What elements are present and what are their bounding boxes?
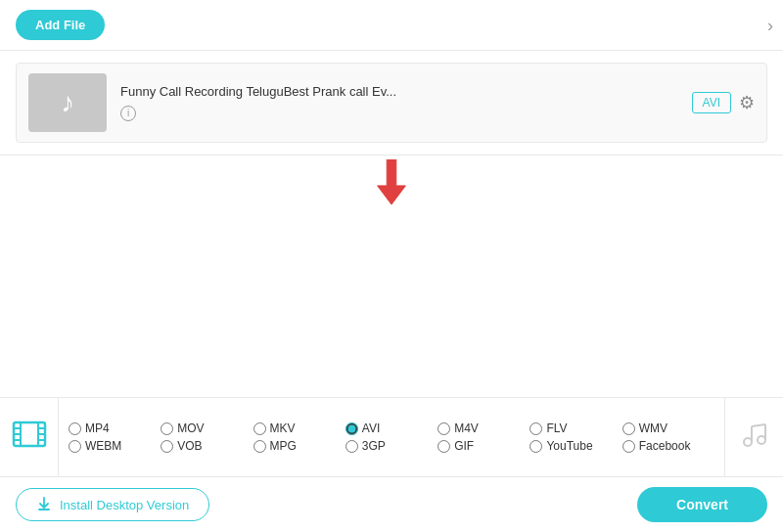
format-option-3gp[interactable]: 3GP xyxy=(345,439,438,453)
file-item: ♪ Funny Call Recording TeluguBest Prank … xyxy=(16,63,767,143)
format-option-flv[interactable]: FLV xyxy=(530,421,622,435)
format-option-youtube[interactable]: YouTube xyxy=(530,439,622,453)
format-label-mp4: MP4 xyxy=(85,421,110,435)
empty-area xyxy=(0,155,783,397)
format-option-wmv[interactable]: WMV xyxy=(622,421,714,435)
download-icon xyxy=(36,497,52,512)
file-info: Funny Call Recording TeluguBest Prank ca… xyxy=(120,84,692,121)
format-label-3gp: 3GP xyxy=(362,439,386,453)
format-options: MP4MOVMKVAVIM4VFLVWMVWEBMVOBMPG3GPGIFYou… xyxy=(59,414,724,461)
format-badge[interactable]: AVI xyxy=(692,92,731,113)
format-option-vob[interactable]: VOB xyxy=(161,439,253,453)
format-radio-wmv[interactable] xyxy=(622,422,635,435)
format-radio-3gp[interactable] xyxy=(345,440,358,453)
svg-point-11 xyxy=(758,436,765,444)
format-label-wmv: WMV xyxy=(639,421,668,435)
format-radio-gif[interactable] xyxy=(438,440,450,453)
svg-point-10 xyxy=(744,438,752,446)
svg-marker-0 xyxy=(378,159,406,204)
format-option-mpg[interactable]: MPG xyxy=(253,439,345,453)
format-radio-youtube[interactable] xyxy=(530,440,542,453)
format-label-avi: AVI xyxy=(362,421,380,435)
format-label-youtube: YouTube xyxy=(546,439,592,453)
film-icon xyxy=(12,417,47,459)
format-label-flv: FLV xyxy=(546,421,567,435)
format-radio-avi[interactable] xyxy=(345,422,358,435)
format-label-gif: GIF xyxy=(454,439,474,453)
format-radio-mpg[interactable] xyxy=(253,440,266,453)
format-label-mpg: MPG xyxy=(270,439,297,453)
format-option-mkv[interactable]: MKV xyxy=(253,421,345,435)
format-radio-webm[interactable] xyxy=(69,440,81,453)
format-option-m4v[interactable]: M4V xyxy=(438,421,530,435)
format-label-vob: VOB xyxy=(177,439,202,453)
format-label-m4v: M4V xyxy=(454,421,479,435)
file-list-area: ♪ Funny Call Recording TeluguBest Prank … xyxy=(0,51,783,155)
music-thumb-icon: ♪ xyxy=(61,87,74,118)
audio-icon xyxy=(740,421,769,454)
film-svg xyxy=(12,417,47,452)
format-label-mov: MOV xyxy=(177,421,204,435)
file-thumbnail: ♪ xyxy=(28,73,107,132)
video-format-icon[interactable] xyxy=(0,398,59,476)
install-desktop-button[interactable]: Install Desktop Version xyxy=(16,488,209,521)
info-icon[interactable]: i xyxy=(120,106,136,121)
audio-svg xyxy=(740,421,769,450)
file-name: Funny Call Recording TeluguBest Prank ca… xyxy=(120,84,692,99)
audio-format-icon[interactable] xyxy=(724,398,783,476)
format-label-webm: WEBM xyxy=(85,439,121,453)
down-arrow-icon xyxy=(372,159,411,206)
format-radio-flv[interactable] xyxy=(530,422,542,435)
format-option-webm[interactable]: WEBM xyxy=(69,439,161,453)
top-bar: Add File › xyxy=(0,0,783,51)
convert-button[interactable]: Convert xyxy=(637,487,767,522)
arrow-area xyxy=(0,155,783,214)
main-container: Add File › ♪ Funny Call Recording Telugu… xyxy=(0,0,783,532)
file-actions: AVI ⚙ xyxy=(692,92,755,113)
format-radio-m4v[interactable] xyxy=(438,422,450,435)
install-label: Install Desktop Version xyxy=(60,498,189,512)
format-radio-mp4[interactable] xyxy=(69,422,81,435)
format-radio-mkv[interactable] xyxy=(253,422,266,435)
format-option-facebook[interactable]: Facebook xyxy=(622,439,714,453)
format-option-avi[interactable]: AVI xyxy=(345,421,438,435)
settings-button[interactable]: ⚙ xyxy=(739,92,755,113)
format-option-mov[interactable]: MOV xyxy=(161,421,253,435)
format-label-mkv: MKV xyxy=(270,421,296,435)
format-radio-mov[interactable] xyxy=(161,422,173,435)
format-bar: MP4MOVMKVAVIM4VFLVWMVWEBMVOBMPG3GPGIFYou… xyxy=(0,397,783,476)
format-radio-facebook[interactable] xyxy=(622,440,635,453)
format-option-gif[interactable]: GIF xyxy=(438,439,530,453)
expand-icon[interactable]: › xyxy=(767,16,773,36)
svg-line-14 xyxy=(752,424,765,426)
add-file-button[interactable]: Add File xyxy=(16,10,105,40)
format-option-mp4[interactable]: MP4 xyxy=(69,421,161,435)
format-label-facebook: Facebook xyxy=(639,439,691,453)
format-radio-vob[interactable] xyxy=(161,440,173,453)
svg-rect-15 xyxy=(38,509,50,510)
bottom-bar: Install Desktop Version Convert xyxy=(0,476,783,532)
